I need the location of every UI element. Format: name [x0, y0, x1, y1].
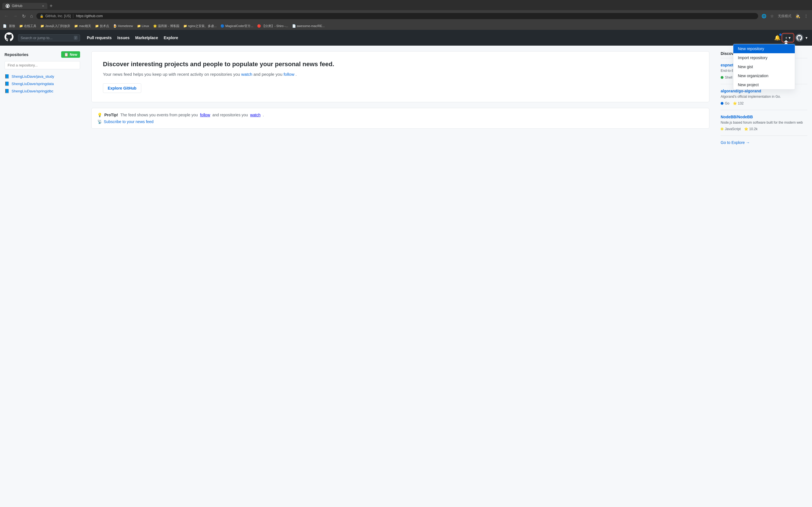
discover-repo-meta-2: Go ⭐ 132 — [721, 101, 808, 105]
search-keyboard-shortcut: / — [74, 36, 78, 40]
star-icon[interactable]: ☆ — [769, 13, 775, 19]
dropdown-new-gist[interactable]: New gist — [733, 62, 795, 71]
discover-repo-2: algorand/go-algorand Algorand's official… — [721, 89, 808, 110]
dropdown-new-project[interactable]: New project — [733, 80, 795, 89]
right-sidebar: Discover repositories espnet/espnet End-… — [716, 46, 812, 507]
github-logo[interactable] — [4, 33, 13, 43]
protip-row: 💡 ProTip! The feed shows you events from… — [97, 113, 703, 117]
bookmark-在线工具[interactable]: 📁 在线工具 — [17, 23, 38, 29]
subscribe-link[interactable]: Subscribe to your news feed — [104, 119, 154, 124]
nav-marketplace[interactable]: Marketplace — [135, 36, 158, 40]
protip-follow-link[interactable]: follow — [200, 113, 210, 117]
notifications-bell[interactable]: 🔔 — [774, 35, 780, 41]
browser-toolbar-right: 🌐 ☆ 无痕模式 🕵 ⋮ — [760, 13, 809, 19]
nav-pull-requests[interactable]: Pull requests — [87, 36, 112, 40]
bookmark-mac[interactable]: 📁 mac相关 — [72, 23, 93, 29]
protip-text1: The feed shows you events from people yo… — [120, 113, 198, 117]
dropdown-new-repository[interactable]: New repository — [733, 44, 795, 53]
bookmark-homebrew[interactable]: 🍺 Homebrew — [111, 24, 135, 29]
bookmarks-bar: 📄 新致 📁 在线工具 📁 Java从入门到放弃 📁 mac相关 📁 技术点 🍺… — [0, 22, 812, 30]
github-header: Search or jump to... / Pull requests Iss… — [0, 30, 812, 46]
watch-link[interactable]: watch — [241, 72, 252, 76]
tab-title: GitHub — [12, 4, 22, 8]
header-right-section: 🔔 + ▾ ▾ — [774, 34, 808, 42]
protip-text3: . — [263, 113, 264, 117]
main-layout: Repositories 📋 New 📘 ShengLiuDave/java_s… — [0, 46, 812, 507]
discover-description: Your news feed helps you keep up with re… — [103, 71, 698, 78]
bookmark-jishu[interactable]: 📁 技术点 — [93, 23, 111, 29]
sidebar-header: Repositories 📋 New — [4, 51, 80, 58]
avatar-chevron[interactable]: ▾ — [806, 36, 808, 40]
dropdown-new-organization[interactable]: New organization — [733, 71, 795, 80]
discover-repo-3: NodeBB/NodeBB Node.js based forum softwa… — [721, 115, 808, 136]
new-btn-label: New — [70, 52, 77, 57]
new-tab-button[interactable]: + — [47, 3, 55, 9]
lang-dot-blue — [721, 102, 723, 105]
protip-label: ProTip! — [104, 113, 118, 117]
notification-badge — [779, 34, 781, 36]
repo-link-springdata[interactable]: ShengLiuDave/springdata — [11, 82, 54, 86]
user-avatar[interactable] — [795, 34, 803, 42]
translate-icon[interactable]: 🌐 — [760, 13, 767, 19]
protip-watch-link[interactable]: watch — [250, 113, 260, 117]
go-to-explore-link[interactable]: Go to Explore → — [721, 140, 750, 145]
incognito-label: 无痕模式 — [777, 13, 793, 19]
discover-card: Discover interesting projects and people… — [91, 51, 709, 102]
browser-menu-icon[interactable]: ⋮ — [803, 13, 809, 19]
discover-desc-text2: and people you — [253, 72, 284, 76]
new-repo-icon: 📋 — [64, 52, 68, 57]
discover-repo-name-3[interactable]: NodeBB/NodeBB — [721, 115, 808, 119]
new-dropdown-menu: New repository Import repository New gis… — [733, 44, 795, 90]
tab-favicon — [6, 4, 10, 8]
plus-chevron: ▾ — [789, 36, 791, 40]
main-nav: Pull requests Issues Marketplace Explore — [87, 36, 178, 40]
lang-shell: Shell — [721, 75, 732, 79]
follow-link[interactable]: follow — [284, 72, 294, 76]
active-tab[interactable]: GitHub × — [2, 3, 47, 9]
bookmark-linux[interactable]: 📁 Linux — [135, 24, 151, 29]
explore-github-button[interactable]: Explore GitHub — [103, 83, 141, 93]
dropdown-import-repository[interactable]: Import repository — [733, 53, 795, 62]
stars-3: ⭐ 10.2k — [744, 127, 758, 131]
bookmark-awesome[interactable]: 📄 awesome-mac/RE... — [290, 24, 326, 29]
nav-explore[interactable]: Explore — [163, 36, 178, 40]
discover-title: Discover interesting projects and people… — [103, 61, 698, 68]
bookmark-magical[interactable]: 🔵 MagicalCoder官方... — [219, 23, 255, 29]
discover-repo-desc-2: Algorand's official implementation in Go… — [721, 94, 808, 99]
url-text: https://github.com — [76, 14, 103, 18]
global-search[interactable]: Search or jump to... / — [18, 34, 80, 41]
site-name: GitHub, Inc. [US] — [45, 14, 73, 18]
back-button[interactable]: ← — [3, 13, 10, 19]
home-button[interactable]: ⌂ — [29, 13, 34, 19]
address-bar[interactable]: 🔒 GitHub, Inc. [US] https://github.com — [36, 13, 758, 19]
bell-icon: 🔔 — [774, 35, 780, 41]
tab-close-button[interactable]: × — [42, 4, 44, 8]
bookmark-shiro[interactable]: 🔴 【分类】- Shiro -... — [255, 23, 290, 29]
left-sidebar: Repositories 📋 New 📘 ShengLiuDave/java_s… — [0, 46, 85, 507]
repositories-title: Repositories — [4, 52, 29, 57]
discover-repo-meta-3: JavaScript ⭐ 10.2k — [721, 127, 808, 131]
rss-icon: 📡 — [97, 119, 102, 124]
discover-desc-text3: . — [296, 72, 297, 76]
repo-link-springjdbc[interactable]: ShengLiuDave/springjdbc — [11, 89, 53, 93]
repo-book-icon: 📘 — [4, 81, 9, 86]
nav-issues[interactable]: Issues — [117, 36, 130, 40]
sidebar-new-button[interactable]: 📋 New — [61, 51, 80, 58]
browser-tabs: GitHub × + — [0, 0, 812, 10]
lang-dot-yellow — [721, 128, 723, 130]
bookmark-nginx[interactable]: 📁 nginx之安装、多虚... — [182, 23, 218, 29]
lang-js: JavaScript — [721, 127, 741, 131]
protip-text2: and repositories you — [212, 113, 248, 117]
bookmark-新致[interactable]: 新致 — [7, 23, 17, 29]
list-item: 📘 ShengLiuDave/java_study — [4, 73, 80, 80]
bookmark-blog[interactable]: 🌟 温而新 - 博客园 — [151, 23, 181, 29]
repo-book-icon: 📘 — [4, 74, 9, 78]
repo-link-java[interactable]: ShengLiuDave/java_study — [11, 74, 54, 78]
incognito-icon: 🕵 — [794, 13, 801, 19]
search-placeholder: Search or jump to... — [20, 36, 52, 40]
repo-search-input[interactable] — [4, 61, 80, 69]
reload-button[interactable]: ↻ — [21, 13, 27, 19]
forward-button[interactable]: → — [12, 13, 18, 19]
bookmark-java[interactable]: 📁 Java从入门到放弃 — [39, 23, 72, 29]
repo-list: 📘 ShengLiuDave/java_study 📘 ShengLiuDave… — [4, 73, 80, 95]
